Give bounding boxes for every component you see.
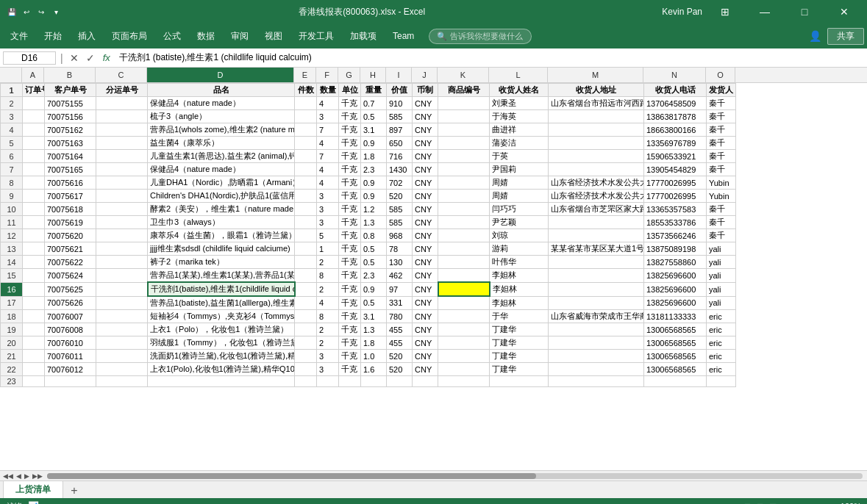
- cell[interactable]: [295, 190, 317, 203]
- cell[interactable]: CNY: [413, 150, 438, 163]
- row-number[interactable]: 20: [1, 336, 23, 350]
- cell[interactable]: [549, 216, 644, 229]
- cell[interactable]: [438, 216, 490, 229]
- cell[interactable]: [549, 336, 644, 350]
- cell[interactable]: 2: [317, 282, 339, 296]
- cell[interactable]: eric: [707, 310, 736, 323]
- cell[interactable]: 益生菌4（康萃乐）: [148, 137, 295, 150]
- cell[interactable]: yali: [707, 269, 736, 283]
- cell[interactable]: 李妲林: [490, 269, 549, 283]
- cell[interactable]: [438, 110, 490, 123]
- cell[interactable]: 闫巧巧: [490, 203, 549, 216]
- cell[interactable]: CNY: [413, 123, 438, 137]
- cell[interactable]: [295, 296, 317, 310]
- cell[interactable]: [23, 363, 45, 376]
- cell[interactable]: 13825696600: [644, 282, 707, 296]
- cell[interactable]: 秦千: [707, 137, 736, 150]
- cell[interactable]: 70076011: [45, 350, 96, 363]
- cell[interactable]: 716: [387, 150, 413, 163]
- cell[interactable]: [295, 123, 317, 137]
- cell[interactable]: 0.5: [361, 110, 387, 123]
- cell[interactable]: [23, 310, 45, 323]
- cell[interactable]: [96, 376, 148, 387]
- cell[interactable]: [549, 363, 644, 376]
- cell[interactable]: 4: [317, 176, 339, 190]
- cell[interactable]: 千克: [339, 336, 361, 350]
- cell[interactable]: [96, 110, 148, 123]
- cell[interactable]: [549, 323, 644, 336]
- cell[interactable]: 发货人: [707, 84, 736, 97]
- cell[interactable]: 70075163: [45, 137, 96, 150]
- cell[interactable]: [295, 176, 317, 190]
- cell[interactable]: 千克: [339, 310, 361, 323]
- cell[interactable]: 13863817878: [644, 110, 707, 123]
- cell[interactable]: [413, 376, 438, 387]
- col-header-k[interactable]: K: [438, 68, 489, 82]
- cell[interactable]: 营养品1(whols zome),维生素2 (nature made),维生素2…: [148, 123, 295, 137]
- cell[interactable]: 70075618: [45, 203, 96, 216]
- scroll-right[interactable]: ▶: [23, 472, 31, 480]
- menu-formula[interactable]: 公式: [156, 27, 188, 46]
- sheet-tab-1[interactable]: 上货清单: [3, 480, 63, 498]
- cell[interactable]: 千克: [339, 176, 361, 190]
- cell[interactable]: 897: [387, 123, 413, 137]
- cell[interactable]: [339, 376, 361, 387]
- cell[interactable]: 3: [317, 216, 339, 229]
- cell[interactable]: [96, 363, 148, 376]
- cell[interactable]: [549, 296, 644, 310]
- row-number[interactable]: 4: [1, 123, 23, 137]
- search-box[interactable]: 🔍 告诉我你想要做什么: [429, 29, 532, 44]
- cell[interactable]: 丁建华: [490, 350, 549, 363]
- cell[interactable]: 70076012: [45, 363, 96, 376]
- cell[interactable]: 1430: [387, 163, 413, 176]
- cell[interactable]: [438, 123, 490, 137]
- cell[interactable]: [96, 336, 148, 350]
- cell[interactable]: [387, 376, 413, 387]
- cell[interactable]: 千克: [339, 256, 361, 269]
- cell[interactable]: [438, 269, 490, 283]
- cell[interactable]: 千克: [339, 190, 361, 203]
- cell[interactable]: CNY: [413, 350, 438, 363]
- cell[interactable]: CNY: [413, 282, 438, 296]
- col-header-i[interactable]: I: [386, 68, 412, 82]
- cell[interactable]: 千克: [339, 363, 361, 376]
- cell[interactable]: 70076007: [45, 310, 96, 323]
- cell[interactable]: [295, 150, 317, 163]
- cell[interactable]: [295, 203, 317, 216]
- cell[interactable]: 70075621: [45, 242, 96, 256]
- row-number[interactable]: 23: [1, 376, 23, 387]
- cell[interactable]: 重量: [361, 84, 387, 97]
- cell[interactable]: 585: [387, 110, 413, 123]
- cell[interactable]: 于华: [490, 310, 549, 323]
- cell[interactable]: 尹艺颖: [490, 216, 549, 229]
- share-button[interactable]: 共享: [827, 28, 864, 45]
- cell[interactable]: 3: [317, 190, 339, 203]
- cell[interactable]: 3: [317, 350, 339, 363]
- cell[interactable]: 520: [387, 350, 413, 363]
- row-number[interactable]: 1: [1, 84, 23, 97]
- cell[interactable]: 3: [317, 110, 339, 123]
- cell[interactable]: 羽绒服1（Tommy），化妆包1（雅诗兰黛）: [148, 336, 295, 350]
- cell[interactable]: 17770026995: [644, 176, 707, 190]
- cell[interactable]: 千克: [339, 97, 361, 110]
- cell[interactable]: 千克: [339, 229, 361, 242]
- cell[interactable]: 2: [317, 336, 339, 350]
- cell[interactable]: [295, 350, 317, 363]
- cell[interactable]: [96, 216, 148, 229]
- cell[interactable]: 1.8: [361, 336, 387, 350]
- cell[interactable]: 70075624: [45, 269, 96, 283]
- scroll-left-start[interactable]: ◀◀: [1, 472, 15, 480]
- cell[interactable]: [23, 123, 45, 137]
- row-number[interactable]: 21: [1, 350, 23, 363]
- menu-view[interactable]: 视图: [257, 27, 290, 46]
- cell[interactable]: [295, 269, 317, 283]
- cell[interactable]: 收货人地址: [549, 84, 644, 97]
- cell[interactable]: [438, 350, 490, 363]
- cell[interactable]: [96, 350, 148, 363]
- cell[interactable]: [23, 150, 45, 163]
- cell[interactable]: 秦千: [707, 123, 736, 137]
- view-layout-icon[interactable]: ⊟: [757, 502, 763, 505]
- cell[interactable]: CNY: [413, 269, 438, 283]
- cell[interactable]: [23, 110, 45, 123]
- cell[interactable]: eric: [707, 323, 736, 336]
